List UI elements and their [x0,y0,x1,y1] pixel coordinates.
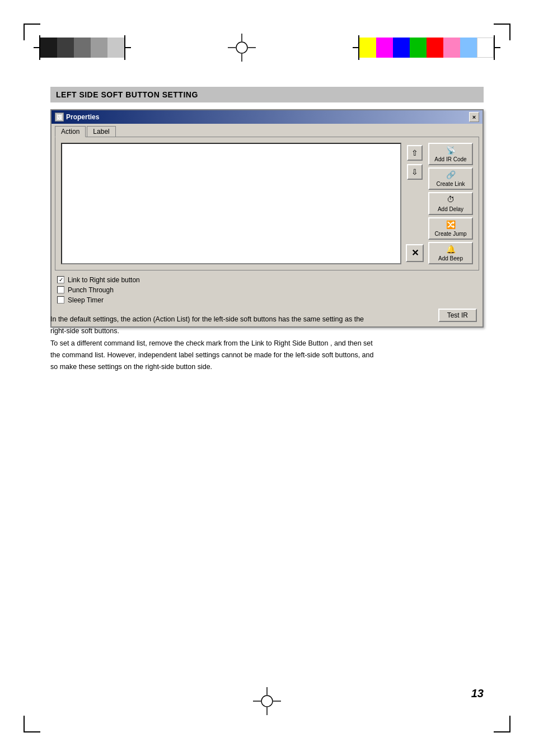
corner-mark-br [494,716,510,732]
action-buttons-group: 📡 Add IR Code 🔗 Create Link ⏱ Add Delay … [428,143,473,264]
create-link-icon: 🔗 [446,170,456,180]
desc-line5: so make these settings on the right-side… [50,363,212,371]
dialog-title: Properties [66,113,99,121]
section-heading: LEFT SIDE SOFT BUTTON SETTING [50,87,484,102]
bottom-crosshair-svg [253,687,281,715]
desc-line2: right-side soft buttons. [50,327,119,335]
svg-point-0 [236,42,247,53]
color-blue [393,38,410,58]
add-beep-label: Add Beep [438,255,463,262]
dialog-tabs: Action Label [51,124,483,137]
grayscale-strip [40,38,124,58]
add-ir-code-label: Add IR Code [434,156,466,163]
top-color-section [34,31,500,64]
dialog-icon: 🖼 [55,113,64,122]
bracket-h [34,47,39,48]
create-link-button[interactable]: 🔗 Create Link [428,167,473,190]
color-swatch-4 [91,38,107,58]
dialog-titlebar: 🖼 Properties × [51,110,483,124]
options-area: Link to Right side button Punch Through … [51,274,483,304]
tab-label[interactable]: Label [87,126,115,137]
color-white [477,38,494,58]
center-crosshair [225,34,259,62]
desc-line4: the command list. However, independent l… [50,351,373,359]
checkbox-row-3: Sleep Timer [57,296,477,304]
punch-through-label: Punch Through [68,286,114,294]
checkbox-row-1: Link to Right side button [57,276,477,284]
checkbox-row-2: Punch Through [57,286,477,294]
bracket-h2 [125,47,131,48]
create-link-label: Create Link [436,180,465,188]
desc-line3: To set a different command list, remove … [50,339,373,347]
color-swatch-5 [107,38,124,58]
crosshair-svg [228,34,256,62]
add-beep-icon: 🔔 [446,244,456,254]
titlebar-left: 🖼 Properties [55,113,99,122]
right-bracket-open [353,35,359,60]
arrow-buttons: ⇧ ⇩ [406,145,424,180]
add-delay-icon: ⏱ [447,194,455,204]
bracket-h4 [495,47,500,48]
section-title: LEFT SIDE SOFT BUTTON SETTING [56,90,198,99]
left-bracket-open [34,35,40,60]
dialog-content-area: ⇧ ⇩ ✕ 📡 Add IR Code 🔗 Create Link ⏱ Add … [55,137,479,270]
svg-point-5 [261,696,273,707]
sleep-timer-checkbox[interactable] [57,296,64,304]
color-yellow [359,38,376,58]
left-color-group [34,35,131,60]
description-section: In the default settings, the action (Act… [50,314,484,373]
create-jump-icon: 🔀 [446,220,456,230]
sleep-timer-label: Sleep Timer [68,296,104,304]
color-pink [443,38,460,58]
link-right-checkbox[interactable] [57,276,64,283]
add-delay-label: Add Delay [438,206,463,213]
bracket-h3 [353,47,358,48]
page-number: 13 [471,687,484,700]
link-right-label: Link to Right side button [68,276,140,284]
bottom-crosshair [253,687,281,717]
create-jump-button[interactable]: 🔀 Create Jump [428,217,473,240]
delete-button[interactable]: ✕ [406,244,424,262]
color-green [410,38,427,58]
up-arrow-button[interactable]: ⇧ [407,145,423,161]
color-magenta [376,38,393,58]
create-jump-label: Create Jump [434,230,466,237]
left-bracket-close [124,35,131,60]
arrow-delete-group: ⇧ ⇩ ✕ [406,143,424,264]
color-swatch-1 [40,38,57,58]
add-beep-button[interactable]: 🔔 Add Beep [428,242,473,264]
right-bracket-close [494,35,500,60]
corner-mark-bl [24,716,40,732]
desc-line1: In the default settings, the action (Act… [50,315,364,323]
color-lightblue [460,38,477,58]
add-delay-button[interactable]: ⏱ Add Delay [428,192,473,214]
add-ir-code-icon: 📡 [446,145,456,155]
command-list [61,143,401,264]
down-arrow-button[interactable]: ⇩ [407,164,423,180]
punch-through-checkbox[interactable] [57,286,64,293]
color-strip [359,38,494,58]
color-red [427,38,443,58]
tab-action[interactable]: Action [55,126,86,137]
right-color-group [353,35,500,60]
color-swatch-3 [74,38,91,58]
properties-dialog: 🖼 Properties × Action Label ⇧ ⇩ ✕ 📡 Add … [50,109,484,328]
add-ir-code-button[interactable]: 📡 Add IR Code [428,143,473,165]
color-swatch-2 [57,38,74,58]
dialog-close-button[interactable]: × [469,112,479,122]
